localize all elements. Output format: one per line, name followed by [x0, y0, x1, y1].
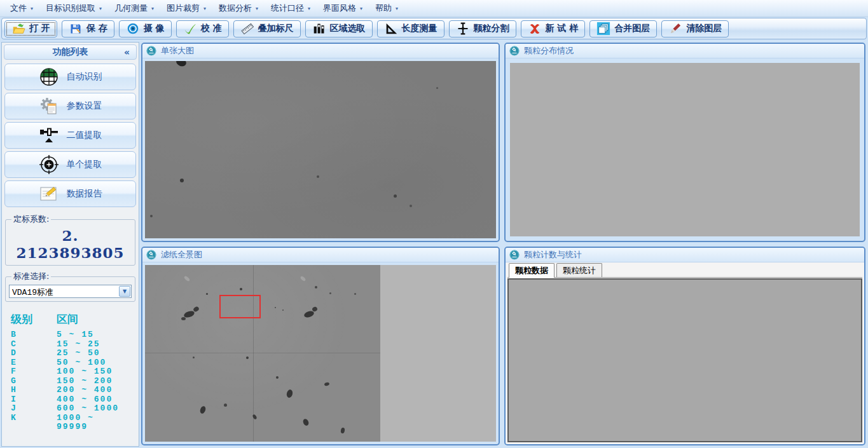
overlay-ruler-icon	[240, 22, 254, 36]
merge-layers-button[interactable]: 合并图层	[589, 20, 657, 37]
menu-target-extract[interactable]: 目标识别提取▾	[39, 1, 108, 16]
standard-label: 标准选择:	[11, 271, 51, 282]
standard-group: 标准选择: VDA19标准 ▼	[5, 271, 135, 302]
clear-layers-button[interactable]: 清除图层	[661, 20, 729, 37]
level-row: G150 ~ 200	[11, 377, 131, 386]
distribution-header: 颗粒分布情况	[506, 44, 864, 58]
particle-spot	[317, 175, 319, 178]
menu-ui-style[interactable]: 界面风格▾	[317, 1, 369, 16]
particle-spot	[193, 356, 195, 358]
particle-spot	[181, 317, 186, 320]
particle-spot	[302, 418, 310, 426]
sidebar: 功能列表 « 自动识别 参数设置 二值提取 单个提取 数据报告 定标系数: 2.…	[1, 42, 139, 447]
chevron-down-icon: ▾	[396, 6, 398, 11]
calibrate-check-icon	[183, 22, 197, 36]
particle-spot	[175, 61, 187, 67]
microscope-icon	[146, 46, 156, 56]
param-settings-button[interactable]: 参数设置	[4, 93, 136, 119]
level-row: K1000 ~ 99999	[11, 414, 131, 432]
particle-spot	[276, 376, 279, 379]
menu-file[interactable]: 文件▾	[4, 1, 39, 16]
new-sample-icon	[528, 22, 542, 36]
merge-layers-icon	[596, 22, 610, 36]
binary-extract-label: 二值提取	[67, 130, 102, 141]
panel-statistics: 颗粒计数与统计 颗粒数据 颗粒统计	[504, 247, 865, 446]
panorama-header: 滤纸全景图	[142, 248, 499, 262]
level-row: I400 ~ 600	[11, 395, 131, 405]
camera-icon	[126, 22, 140, 36]
standard-select-value: VDA19标准	[10, 285, 118, 297]
level-row: F100 ~ 150	[11, 367, 131, 377]
single-target-icon	[39, 154, 59, 175]
length-measure-button[interactable]: 长度测量	[377, 20, 444, 37]
menu-statistics-caliber[interactable]: 统计口径▾	[265, 1, 317, 16]
standard-select[interactable]: VDA19标准 ▼	[9, 285, 132, 298]
particle-spot	[329, 292, 331, 294]
menu-help[interactable]: 帮助▾	[369, 1, 404, 16]
clear-layers-icon	[668, 22, 682, 36]
single-extract-button[interactable]: 单个提取	[4, 151, 136, 178]
region-select-button[interactable]: 区域选取	[305, 20, 373, 37]
menu-data-analysis[interactable]: 数据分析▾	[212, 1, 265, 16]
length-measure-icon	[384, 22, 398, 36]
microscope-icon	[509, 250, 520, 260]
statistics-content: 颗粒数据 颗粒统计	[506, 262, 864, 445]
selection-rect	[219, 295, 261, 318]
level-row: J600 ~ 1000	[11, 404, 131, 414]
panel-title: 颗粒计数与统计	[524, 249, 582, 261]
chevron-down-icon: ▾	[151, 6, 154, 11]
data-report-button[interactable]: 数据报告	[4, 180, 136, 207]
report-pencil-icon	[39, 184, 59, 204]
particle-spot	[436, 87, 438, 89]
level-row: D25 ~ 50	[11, 349, 131, 358]
function-list-header: 功能列表 «	[4, 44, 137, 60]
particle-spot	[282, 309, 284, 311]
particle-spot	[354, 293, 356, 295]
new-sample-button[interactable]: 新 试 样	[521, 20, 586, 37]
particle-spot	[206, 293, 208, 295]
level-table: 级别 区间 B5 ~ 15 C15 ~ 25 D25 ~ 50 E50 ~ 10…	[11, 312, 131, 432]
chevron-down-icon: ▾	[360, 6, 362, 11]
tab-particle-data[interactable]: 颗粒数据	[509, 263, 555, 278]
chevron-down-icon: ▾	[308, 6, 310, 11]
menu-geometry-measure[interactable]: 几何测量▾	[108, 1, 160, 16]
overlay-ruler-button[interactable]: 叠加标尺	[233, 20, 301, 37]
particle-spot	[286, 389, 293, 398]
folder-open-icon	[11, 22, 25, 36]
range-column-header: 区间	[57, 312, 131, 327]
auto-detect-button[interactable]: 自动识别	[4, 64, 136, 90]
save-icon	[69, 22, 83, 36]
panel-title: 滤纸全景图	[161, 249, 202, 261]
single-image-canvas[interactable]	[145, 61, 496, 238]
particle-spot	[224, 404, 227, 407]
camera-button[interactable]: 摄 像	[119, 20, 172, 37]
calibration-group: 定标系数: 2. 2123893805	[5, 214, 135, 266]
level-table-header: 级别 区间	[11, 312, 131, 327]
menu-bar: 文件▾ 目标识别提取▾ 几何测量▾ 图片裁剪▾ 数据分析▾ 统计口径▾ 界面风格…	[0, 0, 868, 17]
single-image-header: 单张大图	[142, 44, 499, 58]
particle-split-button[interactable]: 颗粒分割	[449, 20, 516, 37]
particle-spot	[410, 205, 412, 207]
particle-data-grid	[507, 278, 862, 443]
particle-spot	[324, 382, 330, 386]
particle-spot	[275, 307, 276, 308]
save-button[interactable]: 保 存	[62, 20, 114, 37]
level-row: E50 ~ 100	[11, 358, 131, 368]
panel-title: 颗粒分布情况	[524, 45, 574, 57]
particle-spot	[240, 288, 242, 290]
single-extract-label: 单个提取	[67, 159, 102, 170]
calibrate-button[interactable]: 校 准	[176, 20, 229, 37]
particle-spot	[246, 356, 249, 359]
particle-spot	[315, 286, 317, 288]
calibration-label: 定标系数:	[11, 214, 51, 225]
tab-particle-stats[interactable]: 颗粒统计	[556, 263, 602, 277]
menu-image-crop[interactable]: 图片裁剪▾	[160, 1, 212, 16]
panorama-image[interactable]	[145, 265, 380, 442]
particle-spot	[180, 179, 184, 182]
binary-slider-icon	[39, 125, 59, 146]
collapse-sidebar-button[interactable]: «	[124, 47, 130, 57]
open-button[interactable]: 打 开	[4, 20, 57, 37]
microscope-icon	[146, 250, 156, 260]
binary-extract-button[interactable]: 二值提取	[4, 122, 136, 149]
chevron-down-icon[interactable]: ▼	[119, 286, 130, 297]
